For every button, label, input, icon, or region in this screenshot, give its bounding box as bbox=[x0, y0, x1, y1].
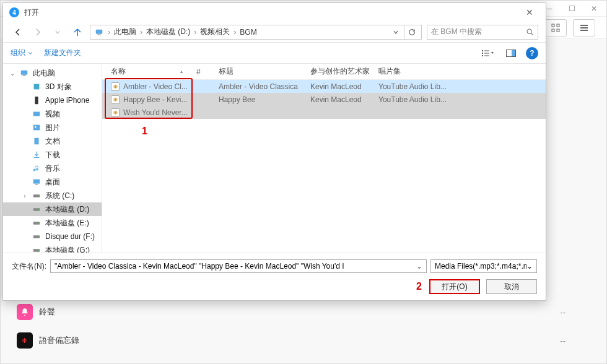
nav-forward-button[interactable] bbox=[30, 25, 45, 40]
cancel-button[interactable]: 取消 bbox=[486, 279, 537, 294]
bg-view-grid-button[interactable] bbox=[544, 19, 567, 37]
nav-up-button[interactable] bbox=[70, 25, 85, 40]
search-icon bbox=[526, 28, 534, 36]
view-mode-button[interactable] bbox=[479, 46, 496, 61]
svg-rect-23 bbox=[33, 112, 40, 116]
computer-icon bbox=[19, 68, 29, 78]
svg-point-9 bbox=[527, 29, 531, 33]
breadcrumb-dropdown[interactable] bbox=[389, 29, 403, 35]
breadcrumb-item[interactable]: 视频相关 bbox=[199, 27, 231, 37]
bg-row-label: 語音備忘錄 bbox=[39, 335, 560, 346]
column-header-artist[interactable]: 参与创作的艺术家 bbox=[307, 66, 375, 77]
search-input[interactable]: 在 BGM 中搜索 bbox=[427, 25, 538, 40]
doc-icon bbox=[32, 136, 41, 146]
file-row[interactable]: ◉Happy Bee - Kevi...Happy BeeKevin MacLe… bbox=[102, 93, 546, 106]
chevron-down-icon[interactable]: ⌄ bbox=[526, 262, 533, 271]
tree-node[interactable]: Apple iPhone bbox=[3, 93, 102, 107]
tree-node[interactable]: 本地磁盘 (G:) bbox=[3, 243, 102, 253]
nav-back-button[interactable] bbox=[11, 25, 25, 40]
phone-icon bbox=[32, 95, 41, 105]
column-header-name[interactable]: 名称▴ bbox=[107, 66, 193, 77]
tree-node[interactable]: 音乐 bbox=[3, 162, 102, 175]
video-icon bbox=[32, 109, 41, 119]
tree-node[interactable]: 文档 bbox=[3, 134, 102, 148]
drive-icon bbox=[32, 232, 41, 241]
svg-point-36 bbox=[38, 236, 39, 237]
tree-node[interactable]: 视频 bbox=[3, 107, 102, 121]
chevron-right-icon: › bbox=[107, 28, 111, 37]
svg-rect-26 bbox=[35, 138, 39, 145]
file-list-header: 名称▴ # 标题 参与创作的艺术家 唱片集 bbox=[102, 64, 546, 80]
svg-rect-1 bbox=[557, 24, 559, 27]
tree-node[interactable]: 桌面 bbox=[3, 175, 102, 189]
bg-maximize-button[interactable]: ☐ bbox=[563, 2, 580, 15]
drive-icon bbox=[32, 191, 41, 201]
bg-row-value: -- bbox=[560, 336, 566, 345]
bell-icon bbox=[17, 304, 33, 320]
collapse-icon[interactable]: ⌄ bbox=[9, 70, 15, 77]
breadcrumb[interactable]: › 此电脑 › 本地磁盘 (D:) › 视频相关 › BGM bbox=[90, 25, 422, 40]
drive-icon bbox=[32, 245, 41, 253]
chevron-right-icon: › bbox=[139, 28, 144, 37]
desktop-icon bbox=[32, 177, 41, 187]
tree-node[interactable]: 下载 bbox=[3, 148, 102, 162]
bg-close-button[interactable]: ✕ bbox=[585, 2, 603, 15]
tree-node[interactable]: 本地磁盘 (E:) bbox=[3, 216, 102, 230]
app-icon: 4 bbox=[9, 7, 19, 17]
drive-icon bbox=[32, 204, 41, 214]
tree-node[interactable]: Disque dur (F:) bbox=[3, 230, 102, 243]
column-header-num[interactable]: # bbox=[193, 67, 215, 76]
drive-icon bbox=[32, 218, 41, 228]
dialog-footer: 文件名(N): "Ambler - Video Classica - Kevin… bbox=[3, 253, 546, 300]
audio-file-icon: ◉ bbox=[111, 108, 120, 117]
filename-input[interactable]: "Ambler - Video Classica - Kevin MacLeod… bbox=[50, 259, 427, 273]
refresh-button[interactable] bbox=[404, 25, 419, 39]
dialog-titlebar: 4 打开 ✕ bbox=[3, 3, 546, 22]
svg-rect-13 bbox=[482, 55, 483, 56]
breadcrumb-item[interactable]: 此电脑 bbox=[113, 27, 138, 37]
column-header-album[interactable]: 唱片集 bbox=[375, 66, 461, 77]
nav-recent-dropdown[interactable] bbox=[50, 25, 65, 40]
tree-node[interactable]: 3D 对象 bbox=[3, 80, 102, 93]
svg-point-25 bbox=[35, 126, 37, 128]
open-button[interactable]: 打开(O) bbox=[429, 279, 480, 294]
svg-point-38 bbox=[38, 250, 39, 251]
3d-icon bbox=[32, 82, 41, 92]
new-folder-button[interactable]: 新建文件夹 bbox=[44, 48, 81, 58]
bg-view-list-button[interactable] bbox=[573, 19, 595, 37]
svg-rect-7 bbox=[96, 29, 103, 33]
svg-point-30 bbox=[38, 196, 39, 196]
computer-icon bbox=[94, 27, 104, 37]
chevron-right-icon: › bbox=[193, 28, 198, 37]
folder-tree[interactable]: ⌄ 此电脑 3D 对象Apple iPhone视频图片文档下载音乐桌面›系统 (… bbox=[3, 64, 102, 253]
bg-row-voicememos[interactable]: 語音備忘錄 -- bbox=[13, 326, 594, 355]
bg-row-ringtones[interactable]: 鈴聲 -- bbox=[13, 298, 594, 326]
file-row[interactable]: ◉Wish You'd Never... bbox=[102, 106, 546, 119]
audio-file-icon: ◉ bbox=[111, 95, 120, 104]
dialog-close-button[interactable]: ✕ bbox=[517, 5, 542, 20]
svg-rect-22 bbox=[35, 97, 38, 104]
organize-menu[interactable]: 组织 bbox=[11, 48, 33, 58]
tree-node[interactable]: 图片 bbox=[3, 121, 102, 134]
tree-node[interactable]: ›系统 (C:) bbox=[3, 189, 102, 202]
search-placeholder: 在 BGM 中搜索 bbox=[431, 27, 526, 37]
preview-pane-button[interactable] bbox=[502, 46, 520, 61]
svg-rect-19 bbox=[21, 71, 28, 75]
file-row[interactable]: ◉Ambler - Video Cl...Ambler - Video Clas… bbox=[102, 80, 546, 93]
file-type-filter[interactable]: Media Files(*.mp3;*.m4a;*.m ⌄ bbox=[430, 259, 537, 273]
music-icon bbox=[32, 163, 41, 173]
bg-row-label: 鈴聲 bbox=[39, 306, 560, 318]
svg-rect-27 bbox=[33, 180, 40, 184]
expand-icon[interactable]: › bbox=[22, 193, 28, 199]
svg-rect-8 bbox=[97, 34, 100, 35]
svg-rect-20 bbox=[22, 76, 25, 76]
chevron-down-icon[interactable]: ⌄ bbox=[413, 262, 422, 271]
dialog-main: ⌄ 此电脑 3D 对象Apple iPhone视频图片文档下载音乐桌面›系统 (… bbox=[3, 64, 546, 253]
breadcrumb-item[interactable]: BGM bbox=[238, 28, 258, 37]
tree-node-root[interactable]: ⌄ 此电脑 bbox=[3, 66, 102, 80]
help-button[interactable]: ? bbox=[526, 47, 538, 59]
breadcrumb-item[interactable]: 本地磁盘 (D:) bbox=[145, 27, 191, 37]
column-header-title[interactable]: 标题 bbox=[215, 66, 307, 77]
tree-node[interactable]: 本地磁盘 (D:) bbox=[3, 202, 102, 216]
pic-icon bbox=[32, 123, 41, 132]
